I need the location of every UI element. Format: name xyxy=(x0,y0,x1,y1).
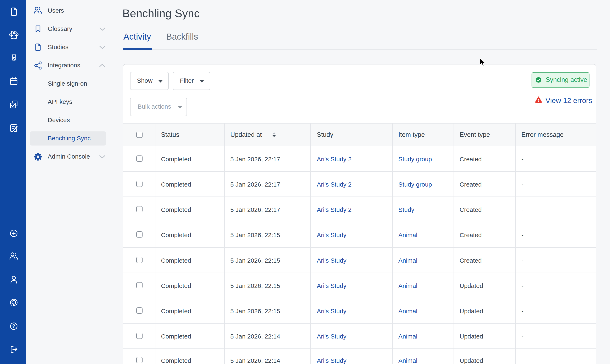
svg-text:?: ? xyxy=(12,324,15,329)
